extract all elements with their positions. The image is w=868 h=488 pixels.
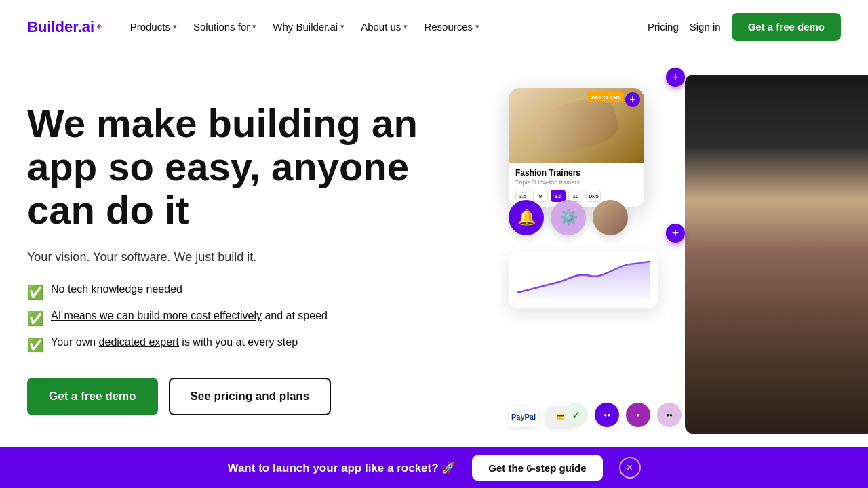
feature-text-3: Your own dedicated expert is with you at… [51, 336, 298, 348]
add-button[interactable]: + [625, 92, 640, 107]
paypal-icon: PayPal [509, 407, 538, 427]
chart-card [509, 251, 658, 308]
nav-about-label: About us [361, 21, 401, 33]
nav-signin[interactable]: Sign in [690, 21, 721, 33]
plus-button-top[interactable]: + [666, 68, 685, 87]
nav-right: Pricing Sign in Get a free demo [648, 13, 841, 41]
nav-links: Products ▾ Solutions for ▾ Why Builder.a… [123, 16, 486, 38]
hero-pricing-button[interactable]: See pricing and plans [169, 378, 332, 415]
chart-area [517, 259, 650, 300]
cta-buttons: Get a free demo See pricing and plans [27, 378, 420, 415]
check-icon-3: ✅ [27, 337, 44, 353]
avatar-gear: ⚙️ [551, 200, 586, 235]
plus-button-mid[interactable]: + [666, 224, 685, 243]
dot-circle-3: ●● [657, 403, 682, 427]
line-chart [517, 259, 650, 300]
dot-circle-2: ● [626, 403, 650, 427]
feature-item-3: ✅ Your own dedicated expert is with you … [27, 336, 420, 353]
check-icon-2: ✅ [27, 310, 44, 327]
hero-person-image [685, 75, 868, 434]
logo-symbol: ® [97, 24, 102, 30]
dot-circle-1: ●● [595, 403, 619, 427]
app-card-subtitle: Triple S low-top trainers [515, 179, 637, 186]
add-to-cart-badge: Add to cart [587, 92, 624, 102]
nav-pricing[interactable]: Pricing [648, 21, 679, 33]
chevron-down-icon: ▾ [475, 22, 479, 31]
bottom-banner: Want to launch your app like a rocket? 🚀… [0, 447, 868, 488]
logo-text: Builder.ai [27, 18, 94, 36]
hero-subtitle: Your vision. Your software. We just buil… [27, 250, 420, 264]
navbar: Builder.ai ® Products ▾ Solutions for ▾ … [0, 0, 868, 54]
feature-text-2: AI means we can build more cost effectiv… [51, 310, 328, 322]
feature-list: ✅ No tech knowledge needed ✅ AI means we… [27, 283, 420, 353]
nav-resources-label: Resources [424, 21, 473, 33]
person-figure [685, 75, 868, 434]
nav-resources[interactable]: Resources ▾ [417, 16, 486, 38]
app-card-title: Fashion Trainers [515, 168, 637, 178]
nav-why-label: Why Builder.ai [273, 21, 338, 33]
nav-products-label: Products [130, 21, 170, 33]
chevron-down-icon: ▾ [252, 22, 256, 31]
app-ui-card: Add to cart + Fashion Trainers Triple S … [509, 88, 644, 207]
avatar-person [593, 200, 628, 235]
nav-demo-button[interactable]: Get a free demo [732, 13, 841, 41]
hero-visual: B + Add to cart + Fashion Trainers Tripl… [488, 68, 868, 447]
banner-close-button[interactable]: × [619, 457, 641, 479]
chevron-down-icon: ▾ [403, 22, 408, 31]
expert-link[interactable]: dedicated expert [99, 336, 179, 348]
hero-content: We make building an app so easy, anyone … [27, 95, 420, 415]
banner-text: Want to launch your app like a rocket? 🚀 [228, 461, 456, 475]
app-card-image: Add to cart + [509, 88, 644, 163]
logo[interactable]: Builder.ai ® [27, 18, 102, 36]
avatar-bell: 🔔 [509, 200, 544, 235]
chevron-down-icon: ▾ [173, 22, 177, 31]
check-circle: ✓ [564, 403, 588, 427]
nav-solutions-label: Solutions for [193, 21, 250, 33]
bottom-circles: ✓ ●● ● ●● [564, 403, 682, 427]
feature-text-1: No tech knowledge needed [51, 283, 182, 296]
hero-title: We make building an app so easy, anyone … [27, 102, 420, 231]
nav-products[interactable]: Products ▾ [123, 16, 184, 38]
ai-link[interactable]: AI means we can build more cost effectiv… [51, 310, 262, 321]
banner-cta-button[interactable]: Get the 6-step guide [472, 455, 602, 481]
hero-demo-button[interactable]: Get a free demo [27, 378, 158, 415]
nav-solutions[interactable]: Solutions for ▾ [186, 16, 263, 38]
feature-item-1: ✅ No tech knowledge needed [27, 283, 420, 300]
hero-section: We make building an app so easy, anyone … [0, 54, 868, 447]
feature-item-2: ✅ AI means we can build more cost effect… [27, 310, 420, 327]
nav-left: Builder.ai ® Products ▾ Solutions for ▾ … [27, 16, 486, 38]
avatar-row: 🔔 ⚙️ [509, 200, 628, 235]
chevron-down-icon: ▾ [340, 22, 344, 31]
nav-about[interactable]: About us ▾ [354, 16, 414, 38]
nav-why[interactable]: Why Builder.ai ▾ [266, 16, 351, 38]
check-icon-1: ✅ [27, 284, 44, 300]
